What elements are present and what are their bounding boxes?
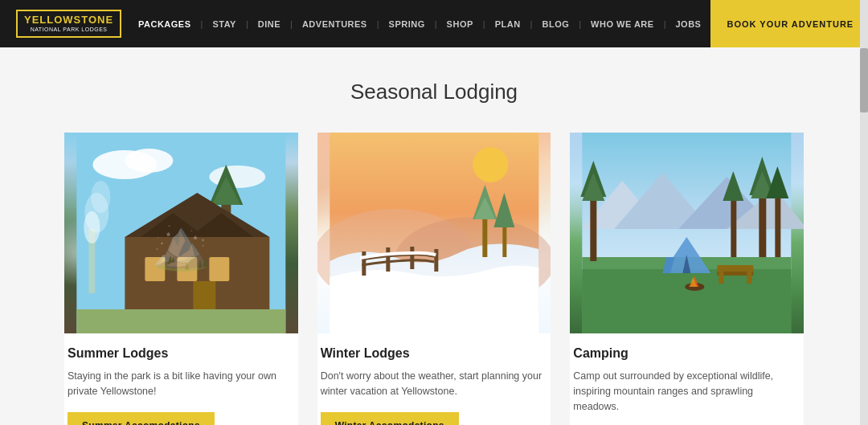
- scrollbar-thumb[interactable]: [860, 48, 868, 112]
- card-summer-desc: Staying in the park is a bit like having…: [68, 369, 295, 399]
- card-camping-desc: Camp out surrounded by exceptional wildl…: [573, 369, 800, 414]
- camping-scene-svg: [570, 133, 804, 333]
- card-winter-body: Winter Lodges Don't worry about the weat…: [317, 333, 551, 425]
- nav-item-shop[interactable]: SHOP: [437, 19, 483, 29]
- card-camping-body: Camping Camp out surrounded by exception…: [570, 333, 804, 425]
- svg-rect-57: [719, 269, 724, 284]
- card-winter: Winter Lodges Don't worry about the weat…: [317, 133, 551, 425]
- card-image-summer: [64, 133, 298, 333]
- svg-rect-29: [434, 249, 438, 272]
- cards-grid: Summer Lodges Staying in the park is a b…: [64, 133, 804, 425]
- svg-rect-50: [731, 197, 737, 257]
- card-summer-body: Summer Lodges Staying in the park is a b…: [64, 333, 298, 425]
- svg-point-21: [91, 181, 110, 213]
- svg-rect-41: [583, 269, 792, 333]
- nav-item-stay[interactable]: STAY: [203, 19, 246, 29]
- svg-rect-27: [386, 247, 390, 272]
- book-adventure-button[interactable]: BOOK YOUR ADVENTURE: [710, 0, 868, 47]
- svg-rect-48: [776, 193, 781, 257]
- page-title: Seasonal Lodging: [64, 80, 804, 104]
- summer-accommodations-button[interactable]: Summer Accomodations: [68, 412, 215, 426]
- logo-box: YELLOWSTONE NATIONAL PARK LODGES: [16, 10, 121, 38]
- header: YELLOWSTONE NATIONAL PARK LODGES PACKAGE…: [0, 0, 868, 47]
- nav-item-blog[interactable]: BLOG: [532, 19, 579, 29]
- main-content: Seasonal Lodging: [0, 47, 868, 425]
- svg-point-23: [473, 147, 508, 182]
- svg-point-4: [125, 149, 173, 173]
- svg-marker-13: [141, 213, 205, 237]
- nav-item-who-we-are[interactable]: WHO WE ARE: [581, 19, 664, 29]
- card-summer-title: Summer Lodges: [68, 346, 295, 361]
- nav-item-spring[interactable]: SPRING: [379, 19, 435, 29]
- card-camping-title: Camping: [573, 346, 800, 361]
- card-winter-title: Winter Lodges: [321, 346, 548, 361]
- scrollbar-track[interactable]: [860, 0, 868, 425]
- winter-scene-svg: [317, 133, 551, 333]
- svg-rect-16: [177, 257, 197, 281]
- nav-item-plan[interactable]: PLAN: [485, 19, 530, 29]
- nav-item-adventures[interactable]: ADVENTURES: [293, 19, 377, 29]
- nav-item-dine[interactable]: DINE: [248, 19, 290, 29]
- card-image-camping: [570, 133, 804, 333]
- card-camping: Camping Camp out surrounded by exception…: [570, 133, 804, 425]
- card-image-winter: [317, 133, 551, 333]
- svg-rect-19: [76, 309, 285, 333]
- logo-subtitle: NATIONAL PARK LODGES: [24, 26, 113, 33]
- svg-rect-15: [145, 257, 165, 281]
- svg-rect-17: [209, 257, 229, 281]
- svg-rect-28: [410, 247, 414, 269]
- summer-scene-svg: [64, 133, 298, 333]
- logo[interactable]: YELLOWSTONE NATIONAL PARK LODGES: [16, 10, 129, 38]
- svg-rect-58: [747, 269, 752, 284]
- card-winter-desc: Don't worry about the weather, start pla…: [321, 369, 548, 399]
- nav-item-jobs[interactable]: JOBS: [666, 19, 711, 29]
- nav-item-packages[interactable]: PACKAGES: [129, 19, 201, 29]
- logo-title: YELLOWSTONE: [24, 14, 113, 26]
- main-nav: PACKAGES | STAY | DINE | ADVENTURES | SP…: [129, 19, 710, 29]
- winter-accommodations-button[interactable]: Winter Accomodations: [321, 412, 459, 426]
- svg-point-5: [209, 166, 265, 188]
- svg-rect-30: [482, 213, 487, 257]
- card-summer: Summer Lodges Staying in the park is a b…: [64, 133, 298, 425]
